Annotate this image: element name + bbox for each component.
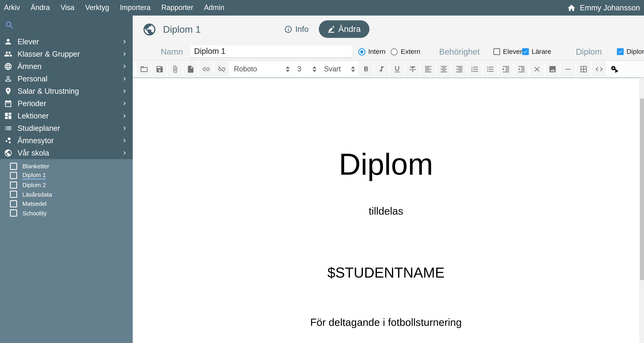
check-icon <box>618 49 623 54</box>
diplom-2-checkbox[interactable] <box>10 181 17 189</box>
sidebar-subitem-blanketter[interactable]: Blanketter <box>0 162 133 171</box>
bullet-list-button[interactable] <box>483 62 497 77</box>
align-left-button[interactable] <box>421 62 435 77</box>
updown-arrows-icon <box>312 66 316 72</box>
clear-formatting-button[interactable] <box>530 62 544 77</box>
sidebar-subitem-diplom-2[interactable]: Diplom 2 <box>0 180 133 190</box>
underline-button[interactable] <box>390 62 404 77</box>
folder-open-button[interactable] <box>137 62 151 77</box>
matsedel-checkbox[interactable] <box>10 200 17 207</box>
sidebar-subitem-schoolity[interactable]: Schoolity <box>0 208 133 218</box>
document-line-tilldelas: tilldelas <box>133 205 639 217</box>
updown-arrows-icon <box>286 66 290 72</box>
sidebar-search[interactable] <box>0 16 133 35</box>
sidebar-item-elever[interactable]: Elever <box>0 36 133 48</box>
document-icon <box>186 65 195 73</box>
sidebar-subpanel: Blanketter Diplom 1 Diplom 2 Läsårsdata … <box>0 159 133 343</box>
save-button[interactable] <box>152 62 166 77</box>
new-document-button[interactable] <box>183 62 198 77</box>
sidebar-item-lektioner[interactable]: Lektioner <box>0 110 133 122</box>
chevron-right-icon <box>121 63 128 70</box>
link-icon <box>202 65 210 73</box>
properties-row: Namn Intern Extern Behörighet Elever Lär… <box>133 43 644 61</box>
font-size-select[interactable]: 3 <box>293 62 319 77</box>
name-field-group: Namn <box>160 43 183 60</box>
menu-item-importera[interactable]: Importera <box>120 4 151 12</box>
bullet-list-icon <box>486 65 494 73</box>
sidebar-item-var-skola[interactable]: Vår skola <box>0 147 133 159</box>
blanketter-checkbox[interactable] <box>10 163 17 170</box>
italic-button[interactable] <box>374 62 388 77</box>
sidebar-subitem-matsedel[interactable]: Matsedel <box>0 199 133 208</box>
align-right-button[interactable] <box>452 62 466 77</box>
horizontal-rule-button[interactable] <box>561 62 575 77</box>
underline-icon <box>393 65 401 73</box>
document-heading: Diplom <box>133 147 639 181</box>
name-label: Namn <box>160 47 183 57</box>
paperclip-icon <box>171 65 179 73</box>
sidebar-item-perioder[interactable]: Perioder <box>0 97 133 110</box>
menu-item-admin[interactable]: Admin <box>204 4 224 12</box>
bold-button[interactable] <box>359 62 373 77</box>
scrollbar-thumb[interactable] <box>640 99 644 280</box>
visibility-radio-group: Intern Extern <box>358 43 420 60</box>
topbar: Arkiv Ändra Visa Verktyg Importera Rappo… <box>0 0 644 16</box>
sidebar-item-personal[interactable]: Personal <box>0 73 133 85</box>
scrollbar-track[interactable] <box>640 78 644 343</box>
align-right-icon <box>455 65 463 73</box>
menu-item-visa[interactable]: Visa <box>60 4 74 12</box>
sidebar-subitem-diplom-1[interactable]: Diplom 1 <box>0 171 133 180</box>
intern-radio[interactable] <box>358 48 366 55</box>
search-icon[interactable] <box>5 20 14 30</box>
key-button[interactable] <box>607 62 622 77</box>
indent-increase-icon <box>502 65 510 73</box>
strikethrough-button[interactable] <box>405 62 420 77</box>
code-view-button[interactable] <box>592 62 606 77</box>
people-icon <box>4 50 12 58</box>
permission-label-group: Behörighet <box>439 43 480 60</box>
menu-item-verktyg[interactable]: Verktyg <box>85 4 109 12</box>
menu-item-rapporter[interactable]: Rapporter <box>162 4 193 12</box>
sidebar-item-salar-utrustning[interactable]: Salar & Utrustning <box>0 85 133 97</box>
pencil-icon <box>328 26 335 33</box>
ordered-list-button[interactable] <box>468 62 482 77</box>
unlink-button[interactable] <box>214 62 229 77</box>
students-checkbox[interactable] <box>493 48 500 55</box>
sidebar-item-amnesytor[interactable]: Ämnesytor <box>0 134 133 147</box>
diplom-1-checkbox[interactable] <box>10 172 17 179</box>
main-content: Diplom 1 Info Ändra Namn Intern Extern <box>133 16 644 343</box>
extern-radio[interactable] <box>391 48 398 55</box>
align-center-button[interactable] <box>436 62 451 77</box>
italic-icon <box>377 65 386 73</box>
sidebar-subitem-lasarsdata[interactable]: Läsårsdata <box>0 190 133 199</box>
sidebar-item-amnen[interactable]: Ämnen <box>0 60 133 73</box>
name-input[interactable] <box>191 45 352 58</box>
indent-decrease-button[interactable] <box>514 62 528 77</box>
ordered-list-icon <box>470 65 479 73</box>
align-center-icon <box>439 65 448 73</box>
document-editor[interactable]: Diplom tilldelas $STUDENTNAME För deltag… <box>133 78 644 343</box>
font-color-select[interactable]: Svart <box>320 62 358 77</box>
info-button[interactable]: Info <box>284 16 309 43</box>
edit-button[interactable]: Ändra <box>319 20 370 38</box>
teachers-checkbox[interactable] <box>522 48 529 55</box>
insert-table-button[interactable] <box>576 62 590 77</box>
chevron-right-icon <box>121 51 128 58</box>
insert-image-button[interactable] <box>545 62 560 77</box>
schoolity-checkbox[interactable] <box>10 210 17 217</box>
lasarsdata-checkbox[interactable] <box>10 191 17 198</box>
chevron-right-icon <box>121 75 128 82</box>
user-menu[interactable]: Emmy Johansson <box>567 4 640 12</box>
menu-item-arkiv[interactable]: Arkiv <box>4 4 20 12</box>
link-button[interactable] <box>199 62 213 77</box>
calendar-icon <box>4 99 12 108</box>
code-icon <box>595 65 603 73</box>
sidebar-item-studieplaner[interactable]: Studieplaner <box>0 122 133 134</box>
menu-item-andra[interactable]: Ändra <box>31 4 50 12</box>
indent-increase-button[interactable] <box>498 62 513 77</box>
diplom-checkbox[interactable] <box>617 48 624 55</box>
sidebar-item-klasser-grupper[interactable]: Klasser & Grupper <box>0 48 133 60</box>
attach-button[interactable] <box>168 62 182 77</box>
font-family-select[interactable]: Roboto <box>230 62 292 77</box>
main-menu: Arkiv Ändra Visa Verktyg Importera Rappo… <box>4 4 224 12</box>
